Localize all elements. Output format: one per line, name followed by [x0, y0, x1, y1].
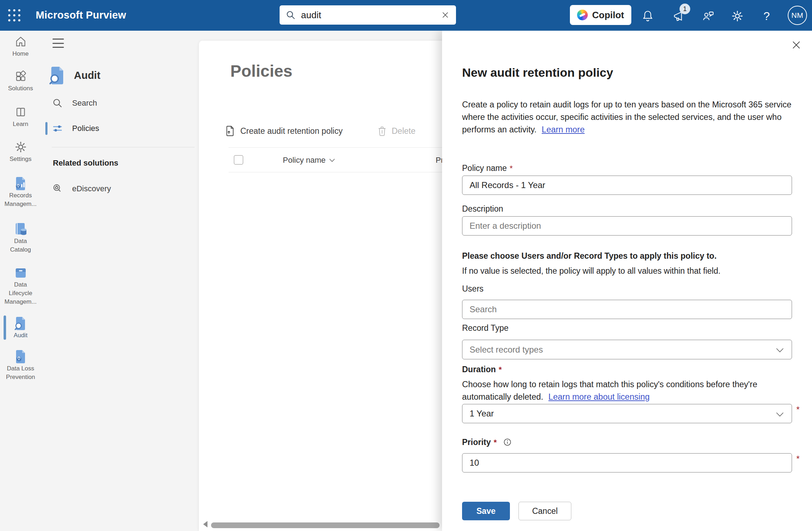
- copilot-label: Copilot: [592, 10, 624, 21]
- learn-more-about-licensing-link[interactable]: Learn more about licensing: [548, 392, 650, 401]
- select-all-checkbox[interactable]: [234, 155, 243, 165]
- required-marker: *: [510, 164, 513, 173]
- learn-more-link[interactable]: Learn more: [542, 125, 585, 134]
- sidebar-item-settings[interactable]: Settings: [0, 141, 41, 163]
- horizontal-scrollbar-thumb[interactable]: [211, 522, 440, 528]
- data-catalog-icon: [14, 223, 27, 236]
- collapse-nav-hamburger-icon[interactable]: [52, 39, 64, 48]
- sidebar-item-data-loss-prevention[interactable]: Data Loss Prevention: [0, 350, 41, 381]
- solutions-grid-icon: [14, 70, 27, 83]
- copilot-button[interactable]: Copilot: [570, 5, 631, 25]
- nav-item-ediscovery[interactable]: eDiscovery: [41, 181, 199, 197]
- users-search-field[interactable]: [462, 300, 792, 319]
- sidebar-item-data-catalog[interactable]: Data Catalog: [0, 223, 41, 254]
- delete-button[interactable]: Delete: [377, 122, 415, 140]
- new-audit-retention-policy-panel: New audit retention policy Create a poli…: [442, 31, 812, 531]
- home-icon: [14, 35, 27, 48]
- description-label: Description: [462, 204, 503, 214]
- priority-field[interactable]: [462, 453, 792, 472]
- records-management-icon: [14, 177, 27, 190]
- priority-label: Priority*: [462, 438, 512, 447]
- solution-title: Audit: [74, 70, 100, 81]
- sidebar-item-records-management[interactable]: Records Managem...: [0, 177, 41, 208]
- policies-sliders-icon: [52, 123, 63, 133]
- duration-value: 1 Year: [470, 409, 494, 419]
- priority-info-icon[interactable]: [503, 438, 512, 446]
- required-marker: *: [796, 454, 800, 464]
- nav-item-policies[interactable]: Policies: [41, 121, 199, 136]
- solution-header: Audit: [49, 66, 100, 85]
- search-input[interactable]: [301, 10, 441, 21]
- create-audit-retention-policy-button[interactable]: Create audit retention policy: [225, 122, 342, 140]
- rail-label: Managem...: [0, 298, 41, 306]
- rail-label: Learn: [0, 120, 41, 128]
- nav-item-label: Search: [72, 98, 97, 108]
- column-label: Policy name: [283, 156, 326, 165]
- save-button[interactable]: Save: [462, 502, 510, 520]
- rail-label: Catalog: [0, 246, 41, 254]
- sidebar-item-data-lifecycle-management[interactable]: Data Lifecycle Managem...: [0, 266, 41, 306]
- search-icon: [52, 98, 63, 108]
- required-marker: *: [796, 405, 800, 415]
- ediscovery-icon: [52, 183, 63, 194]
- clear-search-icon[interactable]: [441, 11, 450, 19]
- sidebar-item-solutions[interactable]: Solutions: [0, 70, 41, 93]
- app-launcher-waffle-icon[interactable]: [7, 8, 21, 22]
- top-app-bar: Microsoft Purview Copilot 1 ? NM: [0, 0, 812, 31]
- users-label: Users: [462, 284, 483, 294]
- duration-help-text: Choose how long to retain logs that matc…: [462, 378, 783, 403]
- chooser-note: If no value is selected, the policy will…: [462, 266, 721, 276]
- chevron-down-icon: [329, 158, 335, 162]
- app-title: Microsoft Purview: [36, 9, 126, 21]
- rail-label: Managem...: [0, 200, 41, 208]
- audit-navigation-panel: Audit Search Policies Related solutions …: [41, 31, 199, 531]
- nav-item-search[interactable]: Search: [41, 95, 199, 111]
- rail-label: Solutions: [0, 84, 41, 93]
- related-solutions-heading: Related solutions: [53, 158, 118, 168]
- active-solution-indicator: [4, 315, 6, 340]
- data-loss-prevention-icon: [14, 350, 27, 363]
- sidebar-item-home[interactable]: Home: [0, 35, 41, 58]
- description-field[interactable]: [462, 216, 792, 236]
- copilot-icon: [577, 10, 588, 20]
- settings-gear-icon[interactable]: [730, 8, 745, 24]
- required-marker: *: [499, 365, 502, 374]
- record-type-placeholder: Select record types: [470, 345, 543, 355]
- nav-item-label: Policies: [72, 124, 99, 133]
- duration-label: Duration*: [462, 365, 502, 374]
- delete-button-label: Delete: [392, 126, 415, 136]
- policy-name-field[interactable]: [462, 176, 792, 195]
- record-type-label: Record Type: [462, 323, 508, 333]
- search-icon: [286, 10, 295, 20]
- rail-label: Data: [0, 237, 41, 246]
- duration-dropdown[interactable]: 1 Year: [462, 404, 792, 423]
- record-type-dropdown[interactable]: Select record types: [462, 340, 792, 359]
- rail-label: Home: [0, 50, 41, 58]
- panel-description: Create a policy to retain audit logs for…: [462, 98, 801, 136]
- rail-label: Lifecycle: [0, 289, 41, 298]
- feedback-person-chat-icon[interactable]: [700, 8, 716, 24]
- sidebar-item-learn[interactable]: Learn: [0, 106, 41, 128]
- rail-label: Settings: [0, 155, 41, 163]
- horizontal-scroll-left-arrow[interactable]: [203, 521, 207, 527]
- solutions-rail: Home Solutions Learn Settings Records Ma…: [0, 31, 41, 531]
- policy-name-label: Policy name*: [462, 163, 513, 173]
- create-button-label: Create audit retention policy: [240, 126, 342, 136]
- global-search: [280, 5, 456, 25]
- cancel-button[interactable]: Cancel: [518, 502, 571, 520]
- new-policy-document-icon: [225, 126, 235, 136]
- data-lifecycle-icon: [14, 266, 27, 279]
- trash-icon: [377, 126, 387, 136]
- notification-count-badge: 1: [680, 4, 690, 14]
- close-panel-icon[interactable]: [791, 40, 801, 50]
- audit-icon: [14, 317, 27, 330]
- chevron-down-icon: [776, 348, 784, 353]
- sidebar-item-audit[interactable]: Audit: [0, 317, 41, 340]
- column-header-policy-name[interactable]: Policy name: [283, 148, 335, 172]
- rail-label: Data Loss: [0, 364, 41, 373]
- nav-item-label: eDiscovery: [72, 184, 111, 193]
- rail-label: Audit: [0, 331, 41, 340]
- avatar[interactable]: NM: [788, 6, 807, 25]
- notifications-bell-icon[interactable]: [640, 8, 656, 24]
- help-icon[interactable]: ?: [759, 8, 775, 24]
